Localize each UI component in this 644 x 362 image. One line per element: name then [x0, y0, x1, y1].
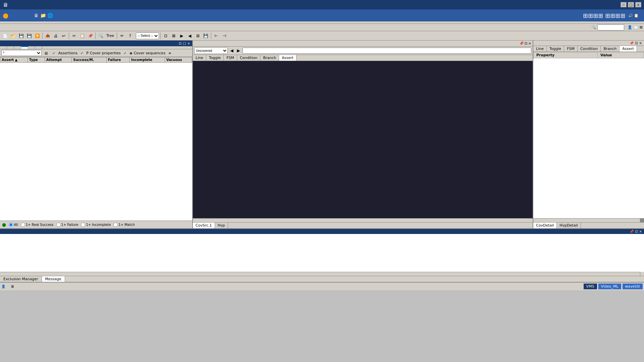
menu-exclusion[interactable]	[19, 27, 25, 28]
tab-line[interactable]: Line	[193, 55, 206, 61]
prev-btn[interactable]: ◀	[229, 48, 234, 53]
filter-incomplete[interactable]: 1+ Incomplete	[81, 223, 111, 227]
cd-tab-line[interactable]: Line	[533, 46, 547, 52]
filter-button[interactable]: 🔽	[34, 32, 41, 40]
col-success[interactable]: Success/M.	[72, 57, 107, 63]
filter-match[interactable]: 1+ Match	[113, 223, 135, 227]
col-type[interactable]: Type	[28, 57, 45, 63]
menu-window[interactable]	[32, 27, 37, 28]
cd-tab-condition[interactable]: Condition	[578, 46, 601, 52]
menu-plan[interactable]	[13, 27, 19, 28]
close-button[interactable]: ×	[635, 2, 641, 7]
col-assert[interactable]: Assert ▲	[0, 57, 28, 63]
open-button[interactable]: 📂	[9, 32, 17, 40]
filter-all[interactable]: All	[9, 223, 18, 227]
col-incomplete[interactable]: Incomplete	[130, 57, 165, 63]
col-vacuous[interactable]: Vacuous	[165, 57, 192, 63]
msg-tab-exclusion[interactable]: Exclusion Manager	[0, 276, 42, 282]
message-scroll-h[interactable]	[0, 272, 640, 276]
video-ml-button[interactable]: Video_ML	[598, 284, 621, 289]
msg-tab-message[interactable]: Message	[42, 276, 65, 282]
tab-branch[interactable]: Branch	[260, 55, 279, 61]
summary-icon-2[interactable]: □	[183, 42, 186, 45]
cd-tab-assert[interactable]: Assert	[620, 46, 637, 52]
view-select[interactable]: -- Select --	[136, 33, 159, 39]
assert-grid-btn[interactable]: ▤	[43, 51, 49, 56]
tab-statistics[interactable]	[28, 46, 35, 49]
tb-icon-2[interactable]: ⊠	[170, 32, 177, 40]
applications-menu[interactable]	[11, 15, 15, 16]
menu-file[interactable]	[1, 27, 7, 28]
wave-util-button[interactable]: waveUti	[623, 284, 643, 289]
msg-pin[interactable]: 📌	[630, 230, 634, 233]
save-as-button[interactable]: 💾	[25, 32, 33, 40]
system-menu[interactable]	[24, 15, 29, 16]
tb-icon-5[interactable]: ⊞	[194, 32, 202, 40]
menu-view[interactable]	[7, 27, 13, 28]
tb-icon-3[interactable]: ▶	[178, 32, 185, 40]
covdetail-pin[interactable]: 📌	[630, 41, 634, 45]
path-search[interactable]	[243, 48, 531, 54]
msg-close[interactable]: ×	[639, 230, 642, 233]
vms-button[interactable]: VMS	[584, 284, 597, 289]
copy-button[interactable]: 📋	[78, 32, 86, 40]
msg-detach[interactable]: ⊡	[635, 230, 638, 233]
cdf-tab-covdetail[interactable]: CovDetail	[533, 223, 557, 228]
filter-failure[interactable]: 1+ Failure	[56, 223, 78, 227]
summary-icon-1[interactable]: ⊡	[179, 42, 181, 45]
covsrc-tab-1[interactable]: CovSrc.1	[193, 223, 215, 228]
tab-toggle[interactable]: Toggle	[206, 55, 224, 61]
code-scroll-h[interactable]	[193, 218, 533, 222]
tb-icon-6[interactable]: 💾	[202, 32, 210, 40]
tab-fsm[interactable]: FSM	[224, 55, 237, 61]
search-input[interactable]	[597, 24, 624, 31]
cover-seq-menu[interactable]: ≡	[167, 51, 173, 56]
tab-asserts[interactable]	[21, 46, 28, 49]
places-menu[interactable]	[18, 15, 22, 16]
cd-tab-branch[interactable]: Branch	[601, 46, 620, 52]
tb-icon-1[interactable]: ⊡	[162, 32, 169, 40]
filter-real-success[interactable]: 1+ Real Success	[21, 223, 54, 227]
covdetail-close[interactable]: ×	[639, 41, 642, 45]
covdetail-scroll-h[interactable]	[533, 218, 644, 222]
summary-icon-3[interactable]: ×	[187, 42, 190, 45]
zoom-in-button[interactable]: 🔍	[97, 32, 104, 40]
cd-tab-fsm[interactable]: FSM	[564, 46, 578, 52]
cd-tab-toggle[interactable]: Toggle	[547, 46, 564, 52]
tab-groups[interactable]	[14, 46, 21, 49]
coverage-dropdown[interactable]: Uncovered All	[194, 47, 228, 54]
minimize-button[interactable]: −	[621, 2, 627, 7]
tab-assert[interactable]: Assert	[279, 55, 297, 61]
tb-icon-7[interactable]: ⊢	[213, 32, 220, 40]
paste-button[interactable]: 📌	[87, 32, 94, 40]
cover-props-check[interactable]: ✓	[122, 51, 128, 56]
tab-tests[interactable]	[35, 46, 42, 49]
menu-help[interactable]	[38, 27, 43, 28]
covsrc-detach[interactable]: ⊡	[525, 41, 528, 46]
code-area[interactable]	[193, 61, 533, 218]
col-attempt[interactable]: Attempt	[45, 57, 72, 63]
covsrc-tab-hvp[interactable]: Hvp	[215, 223, 228, 228]
tb-icon-8[interactable]: ⊣	[221, 32, 228, 40]
message-scroll-v[interactable]	[640, 272, 644, 276]
print-button[interactable]: 🖨	[52, 32, 59, 40]
maximize-button[interactable]: □	[628, 2, 634, 7]
save-button[interactable]: 💾	[17, 32, 25, 40]
tab-modules[interactable]	[7, 46, 14, 49]
tab-condition[interactable]: Condition	[237, 55, 261, 61]
menu-tools[interactable]	[25, 27, 31, 28]
col-failure[interactable]: Failure	[106, 57, 129, 63]
new-button[interactable]: 📄	[1, 32, 9, 40]
export-button[interactable]: 📤	[44, 32, 51, 40]
covdetail-detach[interactable]: ⊡	[635, 41, 638, 45]
covsrc-pin[interactable]: 📌	[519, 41, 524, 46]
next-btn[interactable]: ▶	[236, 48, 241, 53]
cut-button[interactable]: ✂	[70, 32, 78, 40]
undo-button[interactable]: ↩	[60, 32, 67, 40]
tab-hierarchy[interactable]	[0, 46, 7, 49]
edit-button[interactable]: ✏	[118, 32, 126, 40]
assertions-check[interactable]: ✓	[79, 51, 85, 56]
assert-check-btn[interactable]: ✓	[51, 51, 57, 56]
help-btn[interactable]: ?	[126, 32, 134, 40]
assert-filter-select[interactable]: *	[1, 50, 42, 56]
